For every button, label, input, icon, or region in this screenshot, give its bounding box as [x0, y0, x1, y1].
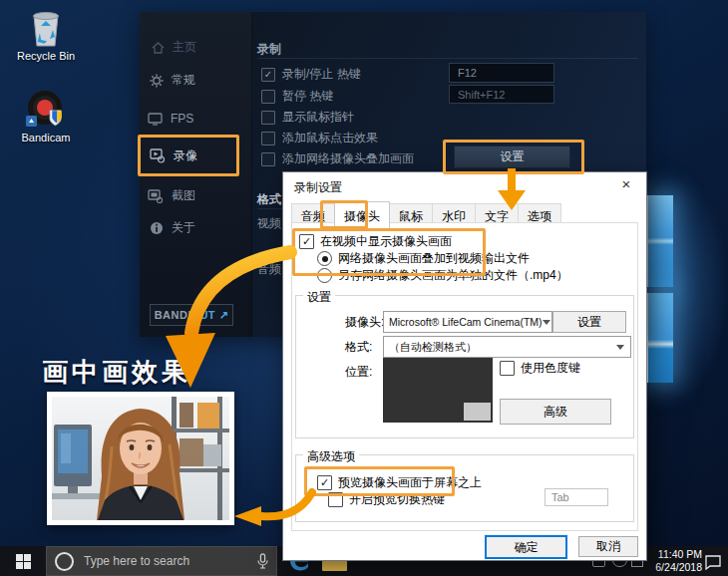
action-center-icon[interactable] [704, 554, 722, 574]
screenshot-icon [148, 189, 164, 203]
radio-separate-row[interactable]: 另存网络摄像头画面为单独的文件（.mp4） [317, 267, 568, 284]
radio-separate-label: 另存网络摄像头画面为单独的文件（.mp4） [338, 267, 568, 284]
sidebar-item-screenshot[interactable]: 截图 [148, 187, 195, 204]
camera-settings-button[interactable]: 设置 [552, 311, 626, 333]
advanced-button[interactable]: 高级 [500, 399, 611, 425]
pip-effect-caption: 画中画效果 [42, 355, 191, 390]
camera-label: 摄像头: [345, 314, 384, 331]
windows-logo-pane-top [646, 195, 673, 287]
window-settings-button[interactable]: 设置 [454, 145, 570, 168]
sidebar-home-label: 主页 [173, 39, 196, 56]
cancel-button[interactable]: 取消 [578, 536, 638, 557]
position-preview[interactable] [383, 358, 493, 423]
preview-hotkey-row[interactable]: 开启预览切换热键 [328, 491, 445, 508]
bandicut-button[interactable]: BANDICUT ↗ [150, 304, 233, 326]
bandicam-icon [24, 88, 68, 132]
sidebar-about-label: 关于 [172, 219, 195, 236]
camera-dropdown[interactable]: Microsoft® LifeCam Cinema(TM) [383, 311, 552, 333]
checkbox-checked[interactable]: ✓ [317, 475, 332, 490]
bandicam-label: Bandicam [8, 132, 84, 144]
record-video-icon [150, 148, 166, 163]
chevron-down-icon [616, 345, 624, 350]
desktop-icon-recycle-bin[interactable]: Recycle Bin [8, 8, 84, 62]
show-webcam-checkbox-row[interactable]: ✓ 在视频中显示摄像头画面 [299, 233, 452, 250]
divider [257, 58, 638, 59]
option-webcam-overlay[interactable]: 添加网络摄像头叠加画面 [261, 150, 414, 167]
windows-logo-icon [16, 554, 31, 569]
advanced-group-label: 高级选项 [303, 448, 359, 465]
search-placeholder: Type here to search [84, 554, 247, 568]
preview-hotkey-label: 开启预览切换热键 [349, 491, 445, 508]
format-dropdown[interactable]: （自动检测格式） [383, 336, 631, 358]
radio-selected[interactable] [317, 251, 332, 266]
cortana-icon [55, 552, 74, 571]
option-record-stop-hotkey[interactable]: ✓ 录制/停止 热键 [261, 66, 361, 83]
microphone-icon[interactable] [257, 553, 268, 569]
checkbox-unchecked[interactable] [261, 152, 275, 166]
position-label: 位置: [345, 364, 372, 381]
info-icon [150, 221, 164, 235]
clock-time: 11:40 PM [646, 548, 702, 561]
webcam-photo [52, 397, 229, 520]
checkbox-checked[interactable]: ✓ [299, 234, 314, 249]
bandicut-label-blue: CUT [191, 309, 215, 321]
gear-icon [150, 74, 164, 88]
preview-on-top-label: 预览摄像头画面于屏幕之上 [338, 474, 482, 491]
radio-unselected[interactable] [317, 268, 332, 283]
chroma-key-row[interactable]: 使用色度键 [500, 360, 580, 377]
windows-logo-pane-bottom [646, 293, 673, 383]
option-label: 添加鼠标点击效果 [282, 130, 378, 146]
checkbox-unchecked[interactable] [261, 132, 275, 145]
camera-value: Microsoft® LifeCam Cinema(TM) [389, 316, 543, 328]
divider [257, 208, 282, 209]
sidebar-general-label: 常规 [172, 72, 195, 89]
sidebar-item-fps[interactable]: FPS [148, 112, 193, 126]
dialog-title: 录制设置 [294, 179, 342, 196]
option-label: 录制/停止 热键 [282, 66, 361, 83]
settings-group-label: 设置 [303, 289, 335, 306]
checkbox-unchecked[interactable] [261, 111, 275, 125]
sidebar-item-record[interactable]: 录像 [150, 147, 197, 164]
recycle-bin-label: Recycle Bin [8, 50, 84, 62]
checkbox-unchecked[interactable] [328, 492, 343, 507]
close-icon[interactable]: × [616, 175, 636, 192]
tab-webcam[interactable]: 摄像头 [334, 201, 390, 228]
start-button[interactable] [0, 546, 46, 576]
option-label: 显示鼠标指针 [282, 109, 354, 126]
recording-settings-dialog: 录制设置 × 音频 摄像头 鼠标 水印 文字 选项 ✓ 在视频中显示摄像头画面 … [282, 171, 647, 561]
clock-date: 6/24/2018 [646, 561, 702, 574]
video-label: 视频 [257, 215, 281, 232]
checkbox-unchecked[interactable] [500, 361, 515, 376]
sidebar-item-general[interactable]: 常规 [150, 72, 195, 89]
show-webcam-label: 在视频中显示摄像头画面 [320, 233, 452, 250]
taskbar-search[interactable]: Type here to search [46, 546, 277, 576]
option-show-cursor[interactable]: 显示鼠标指针 [261, 109, 354, 126]
option-label: 添加网络摄像头叠加画面 [282, 150, 414, 167]
preview-hotkey-field[interactable]: Tab [545, 488, 608, 506]
hotkey-field-pause[interactable]: Shift+F12 [449, 85, 554, 104]
option-click-effect[interactable]: 添加鼠标点击效果 [261, 130, 378, 146]
sidebar-item-about[interactable]: 关于 [150, 219, 195, 236]
radio-overlay-label: 网络摄像头画面叠加到视频输出文件 [338, 250, 530, 267]
webcam-preview-image [47, 392, 234, 525]
bandicut-label-gray: BANDI [155, 309, 191, 321]
checkbox-checked[interactable]: ✓ [261, 68, 275, 82]
taskbar-clock[interactable]: 11:40 PM 6/24/2018 [646, 548, 702, 574]
sidebar-item-home[interactable]: 主页 [152, 39, 196, 56]
desktop-icon-bandicam[interactable]: Bandicam [8, 88, 84, 144]
sidebar-fps-label: FPS [171, 112, 193, 126]
external-link-icon: ↗ [219, 309, 229, 322]
hotkey-field-record[interactable]: F12 [449, 63, 554, 83]
format-value: （自动检测格式） [389, 340, 477, 355]
preview-on-top-row[interactable]: ✓ 预览摄像头画面于屏幕之上 [317, 474, 482, 491]
position-thumbnail[interactable] [464, 403, 491, 421]
sidebar-screenshot-label: 截图 [172, 187, 195, 204]
checkbox-unchecked[interactable] [261, 90, 275, 104]
chroma-key-label: 使用色度键 [521, 360, 580, 377]
radio-overlay-row[interactable]: 网络摄像头画面叠加到视频输出文件 [317, 250, 530, 267]
format-section-label: 格式 [257, 191, 281, 208]
option-pause-hotkey[interactable]: 暂停 热键 [261, 88, 333, 105]
ok-button[interactable]: 确定 [485, 535, 567, 559]
chevron-down-icon [543, 320, 550, 325]
bandicam-sidebar [140, 12, 252, 337]
